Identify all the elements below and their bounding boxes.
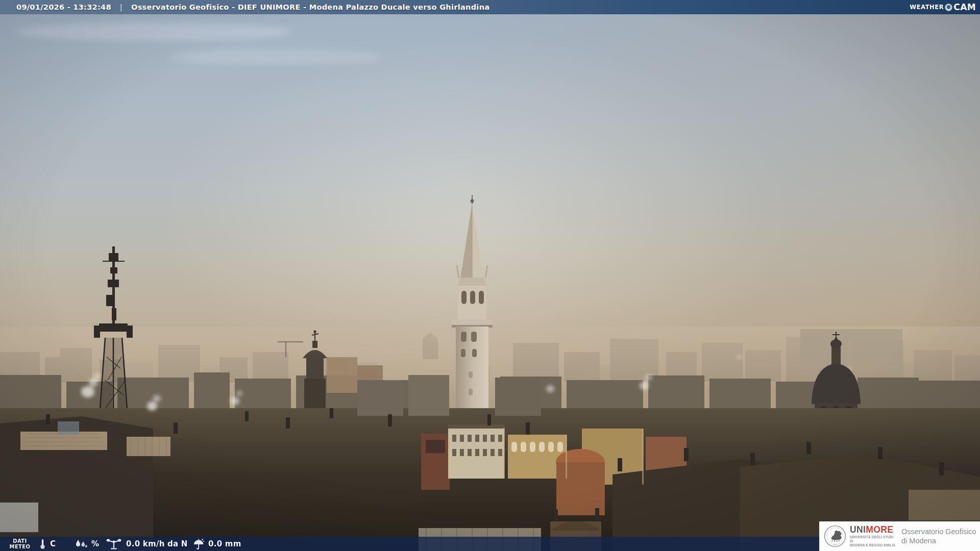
temperature-reading: C xyxy=(39,537,56,551)
weathercam-word1: Weather xyxy=(910,4,944,11)
dati-meteo-line2: METEO xyxy=(7,544,33,550)
anemometer-icon xyxy=(105,538,122,549)
observatory-name: Osservatorio Geofisico di Modena xyxy=(901,527,976,545)
unimore-acronym: UNIMORE xyxy=(850,525,897,534)
weathercam-logo: Weather Cam xyxy=(910,2,976,12)
unimore-wordmark: UNIMORE UNIVERSITÀ DEGLI STUDI DI MODENA… xyxy=(850,525,897,547)
university-subtitle-line1: UNIVERSITÀ DEGLI STUDI DI xyxy=(850,535,897,543)
unimore-seal-icon: 1175 xyxy=(824,525,846,547)
separator: | xyxy=(120,3,122,11)
webcam-title: Osservatorio Geofisico - DIEF UNIMORE - … xyxy=(131,3,489,11)
wind-value: 0.0 km/h da N xyxy=(126,539,188,548)
university-subtitle: UNIVERSITÀ DEGLI STUDI DI MODENA E REGGI… xyxy=(850,535,897,547)
webcam-page: 09/01/2026 - 13:32:48 | Osservatorio Geo… xyxy=(0,0,980,551)
wind-reading: 0.0 km/h da N xyxy=(105,537,188,551)
observatory-name-line2: di Modena xyxy=(901,536,976,545)
seal-year: 1175 xyxy=(833,543,837,546)
thermometer-icon xyxy=(39,538,46,549)
temperature-value: C xyxy=(50,539,56,548)
rain-value: 0.0 mm xyxy=(208,539,241,548)
vignette xyxy=(0,0,980,551)
unimore-acronym-more: MORE xyxy=(866,524,893,535)
humidity-icon xyxy=(75,539,88,549)
university-subtitle-line2: MODENA E REGGIO EMILIA xyxy=(850,543,897,547)
camera-lens-icon xyxy=(945,4,952,11)
rain-reading: 0.0 mm xyxy=(193,537,241,551)
dati-meteo-label: DATI METEO xyxy=(7,538,33,550)
unimore-branding-box: 1175 UNIMORE UNIVERSITÀ DEGLI STUDI DI M… xyxy=(819,521,980,551)
humidity-value: % xyxy=(91,539,99,548)
top-info-bar: 09/01/2026 - 13:32:48 | Osservatorio Geo… xyxy=(0,0,980,14)
weathercam-word2: Cam xyxy=(953,2,976,12)
umbrella-icon xyxy=(193,538,205,549)
unimore-acronym-uni: UNI xyxy=(850,524,866,535)
observatory-name-line1: Osservatorio Geofisico xyxy=(901,527,976,536)
humidity-reading: % xyxy=(75,537,99,551)
dati-meteo-line1: DATI xyxy=(7,538,33,544)
timestamp: 09/01/2026 - 13:32:48 xyxy=(16,3,111,11)
city-panorama xyxy=(0,0,980,551)
